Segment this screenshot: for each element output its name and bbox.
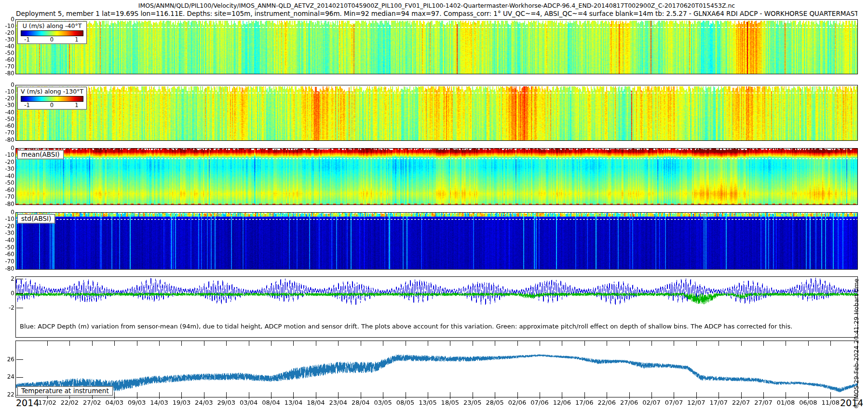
x-tick-mark-bottom	[406, 392, 406, 399]
x-tick-mark-top	[316, 341, 316, 346]
x-tick-label: 28/05	[483, 399, 506, 406]
v-colorbar-ticks: -101	[21, 102, 83, 108]
x-tick-mark-bottom	[114, 392, 115, 399]
depth-tick-label: -30	[0, 102, 14, 109]
x-tick-label: 07/07	[662, 399, 685, 406]
depth-tick-label: 0	[0, 16, 14, 23]
adcp-figure: IMOS/ANMN/QLD/PIL100/Velocity/IMOS_ANMN-…	[0, 0, 868, 410]
x-tick-label: 09/03	[125, 399, 149, 406]
x-tick-mark-bottom	[293, 392, 294, 399]
u-colorbar-legend: U (m/s) along -40°T -101	[17, 21, 87, 44]
x-tick-mark-top	[271, 341, 271, 346]
std-absi-heatmap-panel: std(ABSI)	[15, 212, 858, 270]
x-tick-mark-bottom	[204, 392, 204, 399]
depth-tick-label: -20	[0, 30, 14, 36]
x-tick-label: 12/06	[550, 399, 573, 406]
x-tick-label: 04/03	[103, 399, 126, 406]
depth-tick-label: -40	[0, 237, 14, 244]
u-colorbar-ticks: -101	[21, 36, 83, 42]
depth-tick-label: -50	[0, 116, 14, 123]
x-tick-mark-bottom	[473, 392, 473, 399]
temp-ytick-label: 22	[0, 392, 14, 398]
v-velocity-heatmap	[16, 85, 857, 140]
x-tick-mark-bottom	[786, 392, 786, 399]
depth-tick-label: 0	[0, 145, 14, 151]
figure-title-filename: IMOS/ANMN/QLD/PIL100/Velocity/IMOS_ANMN-…	[16, 2, 857, 9]
depth-tick-label: -80	[0, 137, 14, 143]
x-tick-mark-top	[47, 341, 48, 346]
depth-tick-label: -60	[0, 251, 14, 258]
x-tick-label: 08/05	[394, 399, 417, 406]
x-tick-mark-top	[629, 341, 630, 346]
x-tick-mark-bottom	[674, 392, 674, 399]
depth-tick-label: -80	[0, 266, 14, 272]
x-tick-label: 07/06	[528, 399, 551, 406]
x-tick-mark-top	[204, 341, 204, 346]
temperature-plot	[16, 341, 857, 397]
depth-variation-line-panel: Blue: ADCP Depth (m) variation from sens…	[15, 276, 858, 338]
temp-ytick-label: 26	[0, 356, 14, 363]
v-velocity-heatmap-panel: V (m/s) along -130°T -101	[15, 85, 858, 141]
x-tick-mark-bottom	[361, 392, 361, 399]
x-tick-mark-top	[540, 341, 540, 346]
x-tick-mark-bottom	[249, 392, 249, 399]
x-tick-mark-top	[584, 341, 585, 346]
depthvar-ytick-label: 2	[0, 276, 14, 282]
x-tick-mark-bottom	[741, 392, 742, 399]
colorbar-tick-label: 0	[50, 102, 54, 109]
x-tick-mark-top	[428, 341, 428, 346]
x-tick-label: 13/05	[416, 399, 439, 406]
x-tick-mark-bottom	[719, 392, 719, 399]
x-tick-label: 03/05	[371, 399, 394, 406]
depth-tick-label: -60	[0, 123, 14, 129]
depthvar-ytick-mark	[16, 279, 23, 279]
x-tick-mark-top	[249, 341, 249, 346]
depth-tick-label: -30	[0, 230, 14, 236]
x-tick-mark-top	[92, 341, 93, 346]
std-absi-heatmap	[16, 213, 857, 269]
depth-tick-label: 0	[0, 82, 14, 88]
depth-tick-label: -40	[0, 43, 14, 50]
x-tick-mark-bottom	[562, 392, 562, 399]
x-tick-mark-bottom	[517, 392, 518, 399]
x-tick-label: 22/06	[595, 399, 618, 406]
temp-ytick-mark	[16, 359, 23, 360]
x-tick-label: 01/08	[774, 399, 797, 406]
x-tick-label: 23/05	[461, 399, 484, 406]
x-tick-mark-bottom	[763, 392, 764, 399]
x-tick-label: 19/03	[170, 399, 193, 406]
x-tick-label: 27/06	[618, 399, 641, 406]
depth-tick-label: -10	[0, 23, 14, 29]
x-tick-mark-bottom	[181, 392, 182, 399]
x-tick-mark-top	[808, 341, 809, 346]
x-tick-mark-top	[607, 341, 607, 346]
depthvar-ytick-label: 0	[0, 290, 14, 297]
x-tick-label: 02/07	[640, 399, 663, 406]
depthvar-ytick-mark	[16, 308, 23, 308]
depth-tick-label: -40	[0, 173, 14, 179]
x-tick-mark-bottom	[629, 392, 630, 399]
temp-ytick-label: 24	[0, 374, 14, 380]
x-tick-mark-top	[383, 341, 383, 346]
mean-absi-label: mean(ABSI)	[17, 150, 64, 159]
v-colorbar-gradient	[21, 96, 83, 102]
x-tick-label: 24/03	[192, 399, 216, 406]
colorbar-tick-label: 1	[75, 102, 78, 109]
x-tick-mark-top	[159, 341, 160, 346]
x-tick-mark-bottom	[584, 392, 585, 399]
x-tick-mark-bottom	[495, 392, 495, 399]
depth-tick-label: -10	[0, 89, 14, 95]
x-tick-mark-bottom	[450, 392, 450, 399]
depth-tick-label: -30	[0, 166, 14, 172]
x-tick-mark-top	[763, 341, 764, 346]
x-tick-label: 13/04	[282, 399, 305, 406]
x-tick-mark-top	[473, 341, 473, 346]
depth-tick-label: -50	[0, 245, 14, 251]
u-velocity-heatmap	[16, 20, 857, 74]
depth-tick-label: -80	[0, 201, 14, 207]
x-tick-label: 06/08	[797, 399, 820, 406]
x-tick-mark-top	[406, 341, 406, 346]
x-tick-mark-top	[562, 341, 562, 346]
x-tick-mark-top	[696, 341, 697, 346]
depth-variation-caption: Blue: ADCP Depth (m) variation from sens…	[20, 323, 792, 330]
